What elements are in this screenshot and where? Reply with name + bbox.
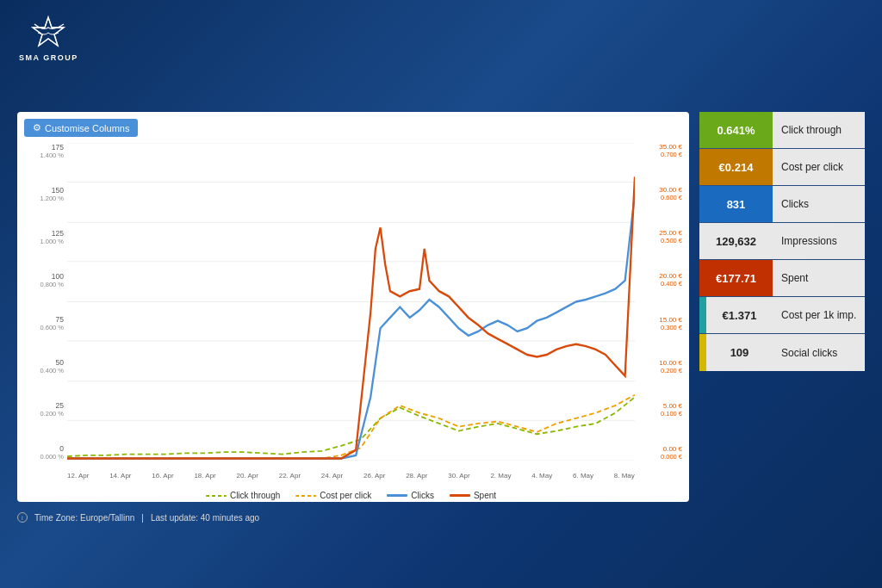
legend-label-click-through: Click through [230,491,280,500]
chart-legend: Click through Cost per click Clicks Spen… [60,491,642,500]
x-label-3: 18. Apr [194,472,215,480]
y-label-50: 500.400 % [24,358,67,374]
x-label-4: 20. Apr [237,472,258,480]
y-right-0: 0.00 €0.000 € [635,445,682,461]
stats-panel: 0.641% Click through €0.214 Cost per cli… [699,112,865,502]
legend-clicks: Clicks [387,491,434,500]
chart-svg [67,143,635,461]
y-axis-left: 1751.400 % 1501.200 % 1251.000 % 1000.80… [24,143,67,461]
y-right-15: 15.00 €0.300 € [635,316,682,331]
stat-label-click-through: Click through [773,112,865,148]
stat-label-cost-per-click: Cost per click [773,149,865,185]
stat-value-clicks: 831 [699,186,773,222]
y-label-175: 1751.400 % [24,143,67,159]
y-label-100: 1000.800 % [24,272,67,288]
main-container: ⚙ Customise Columns 1751.400 % 1501.200 … [17,112,865,502]
stat-label-impressions: Impressions [773,223,865,259]
x-label-10: 2. May [490,472,511,480]
y-label-125: 1251.000 % [24,229,67,245]
stat-row-spent: €177.71 Spent [699,260,865,297]
y-label-0: 00.000 % [24,444,67,461]
y-right-5: 5.00 €0.100 € [635,402,682,418]
legend-line-green [206,495,227,497]
y-axis-right: 35.00 €0.700 € 30.00 €0.600 € 25.00 €0.5… [635,143,682,461]
x-label-8: 28. Apr [406,472,427,480]
y-label-25: 250.200 % [24,401,67,418]
chart-panel: ⚙ Customise Columns 1751.400 % 1501.200 … [17,112,689,502]
x-label-11: 4. May [531,472,552,480]
y-right-20: 20.00 €0.400 € [635,272,682,288]
x-label-9: 30. Apr [448,472,469,480]
x-label-7: 26. Apr [363,472,385,480]
stat-value-social-clicks: 109 [706,334,773,371]
stat-row-clicks: 831 Clicks [699,186,865,223]
chart-footer: i Time Zone: Europe/Tallinn | Last updat… [17,512,689,523]
stat-row-cost-per-click: €0.214 Cost per click [699,149,865,186]
legend-label-spent: Spent [474,491,496,500]
last-update-label: Last update: 40 minutes ago [151,513,259,523]
info-icon: i [17,512,28,523]
legend-click-through: Click through [206,491,280,500]
chart-area: 1751.400 % 1501.200 % 1251.000 % 1000.80… [24,143,682,495]
legend-label-clicks: Clicks [411,491,434,500]
y-label-150: 1501.200 % [24,186,67,202]
logo-text: SMA GROUP [19,53,78,62]
stat-label-cost-1k: Cost per 1k imp. [773,297,865,333]
separator: | [141,513,144,523]
teal-indicator [699,297,706,333]
stat-row-impressions: 129,632 Impressions [699,223,865,260]
x-axis: 12. Apr 14. Apr 16. Apr 18. Apr 20. Apr … [67,472,635,480]
stat-row-cost-1k: €1.371 Cost per 1k imp. [699,297,865,334]
legend-cost-per-click: Cost per click [295,491,371,500]
logo: SMA GROUP [19,15,78,62]
stat-label-clicks: Clicks [773,186,865,222]
x-label-13: 8. May [614,472,635,480]
stat-value-cost-per-click: €0.214 [699,149,773,185]
legend-line-red [450,494,470,497]
stat-label-spent: Spent [773,260,865,296]
x-label-12: 6. May [573,472,593,480]
stat-row-social-clicks: 109 Social clicks [699,334,865,371]
y-label-75: 750.600 % [24,315,67,331]
stat-value-spent: €177.71 [699,260,773,296]
x-label-6: 24. Apr [321,472,343,480]
legend-line-orange [295,495,316,497]
stat-value-cost-1k: €1.371 [706,297,773,333]
x-label-2: 16. Apr [152,472,173,480]
y-right-10: 10.00 €0.200 € [635,359,682,374]
stat-value-impressions: 129,632 [699,223,773,259]
legend-label-cost-per-click: Cost per click [320,491,371,500]
legend-line-blue [387,494,407,497]
y-right-25: 25.00 €0.500 € [635,229,682,244]
x-label-5: 22. Apr [279,472,301,480]
customise-columns-button[interactable]: ⚙ Customise Columns [24,119,138,137]
x-label-1: 14. Apr [109,472,131,480]
stat-row-click-through: 0.641% Click through [699,112,865,149]
stat-label-social-clicks: Social clicks [773,334,865,371]
stat-value-click-through: 0.641% [699,112,773,148]
gear-icon: ⚙ [33,122,41,133]
x-label-0: 12. Apr [67,472,89,480]
legend-spent: Spent [450,491,496,500]
timezone-label: Time Zone: Europe/Tallinn [34,513,134,523]
yellow-indicator [699,334,706,371]
y-right-30: 30.00 €0.600 € [635,186,682,201]
y-right-35: 35.00 €0.700 € [635,143,682,158]
